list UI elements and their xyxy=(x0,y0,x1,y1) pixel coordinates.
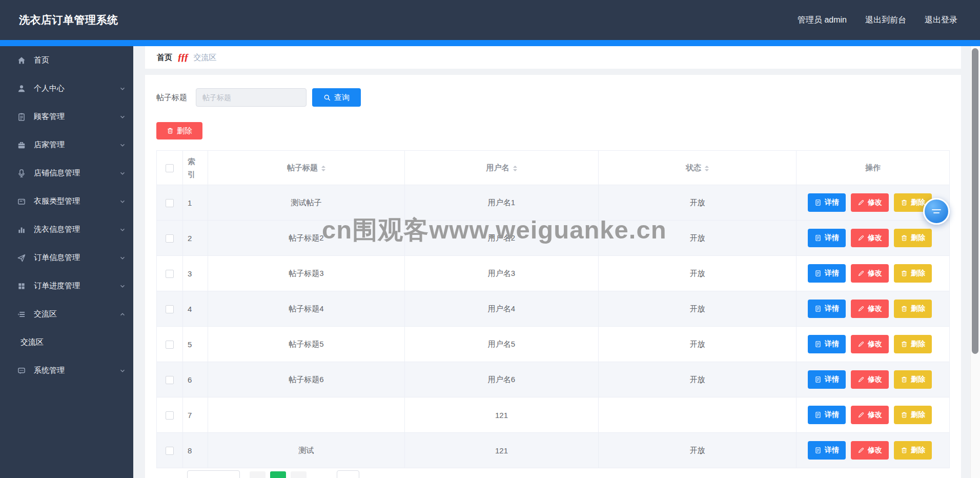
column-header-title[interactable]: 帖子标题 xyxy=(208,151,405,185)
exit-to-front-link[interactable]: 退出到前台 xyxy=(865,15,906,26)
clipboard-icon xyxy=(17,112,26,122)
delete-button[interactable]: 删除 xyxy=(894,229,932,247)
document-icon xyxy=(814,411,822,419)
delete-button[interactable]: 删除 xyxy=(894,264,932,283)
sidebar-item-customer-mgmt[interactable]: 顾客管理 xyxy=(0,103,133,131)
delete-button[interactable]: 删除 xyxy=(894,406,932,424)
delete-button[interactable]: 删除 xyxy=(894,370,932,389)
sidebar-item-shop-info-mgmt[interactable]: 店铺信息管理 xyxy=(0,159,133,187)
scrollbar-track[interactable] xyxy=(970,46,980,478)
delete-button[interactable]: 删除 xyxy=(894,300,932,318)
cell-username: 用户名5 xyxy=(405,327,599,362)
sort-carets-icon[interactable] xyxy=(321,166,325,171)
document-icon xyxy=(814,305,822,312)
floating-service-widget[interactable] xyxy=(923,198,950,225)
sidebar-item-laundry-info-mgmt[interactable]: 洗衣信息管理 xyxy=(0,215,133,244)
chevron-down-icon xyxy=(119,368,126,374)
logout-link[interactable]: 退出登录 xyxy=(925,15,957,26)
cell-status: 开放 xyxy=(599,185,797,221)
edit-button[interactable]: 修改 xyxy=(851,406,889,424)
detail-button[interactable]: 详情 xyxy=(808,370,846,389)
row-checkbox[interactable] xyxy=(166,234,174,243)
post-title-input[interactable] xyxy=(196,88,307,107)
current-page-button[interactable] xyxy=(270,471,286,478)
edit-button[interactable]: 修改 xyxy=(851,370,889,389)
sort-carets-icon[interactable] xyxy=(705,166,709,171)
select-all-checkbox[interactable] xyxy=(166,164,174,172)
prev-page-button[interactable] xyxy=(250,471,266,478)
edit-button[interactable]: 修改 xyxy=(851,264,889,283)
send-icon xyxy=(17,253,26,263)
edit-button[interactable]: 修改 xyxy=(851,300,889,318)
sidebar-item-system-mgmt[interactable]: 系统管理 xyxy=(0,356,133,385)
row-checkbox[interactable] xyxy=(166,411,174,420)
sidebar-item-label: 交流区 xyxy=(21,337,44,347)
row-checkbox[interactable] xyxy=(166,270,174,278)
cell-title: 帖子标题5 xyxy=(208,327,405,362)
edit-button[interactable]: 修改 xyxy=(851,229,889,247)
cell-username: 用户名4 xyxy=(405,291,599,327)
delete-button[interactable]: 删除 xyxy=(894,335,932,353)
sidebar-item-label: 店家管理 xyxy=(34,140,65,150)
pencil-icon xyxy=(858,341,865,348)
row-checkbox[interactable] xyxy=(166,341,174,349)
sidebar-item-home[interactable]: 首页 xyxy=(0,46,133,74)
sidebar-item-label: 交流区 xyxy=(34,309,57,319)
scrollbar-thumb[interactable] xyxy=(972,48,978,354)
cell-index: 1 xyxy=(183,185,208,221)
edit-button[interactable]: 修改 xyxy=(851,335,889,353)
breadcrumb-current: 交流区 xyxy=(194,53,217,63)
page-size-select[interactable] xyxy=(187,470,240,478)
table-row: 8测试121开放详情修改删除 xyxy=(157,433,950,468)
home-icon xyxy=(17,56,26,65)
row-checkbox[interactable] xyxy=(166,305,174,313)
detail-button[interactable]: 详情 xyxy=(808,335,846,353)
document-icon xyxy=(814,234,822,242)
sidebar-item-label: 订单信息管理 xyxy=(34,253,80,263)
cell-index: 5 xyxy=(183,327,208,362)
cell-index: 3 xyxy=(183,256,208,291)
delete-button[interactable]: 删除 xyxy=(894,441,932,460)
row-checkbox[interactable] xyxy=(166,376,174,384)
column-header-username[interactable]: 用户名 xyxy=(405,151,599,185)
edit-button[interactable]: 修改 xyxy=(851,193,889,212)
search-field-label: 帖子标题 xyxy=(156,93,187,103)
next-page-button[interactable] xyxy=(291,471,307,478)
row-checkbox[interactable] xyxy=(166,447,174,455)
pencil-icon xyxy=(858,305,865,312)
page-jump-input[interactable] xyxy=(337,470,359,478)
top-navbar: 洗衣店订单管理系统 管理员 admin 退出到前台 退出登录 xyxy=(0,0,980,40)
detail-button[interactable]: 详情 xyxy=(808,264,846,283)
posts-table: 索引 帖子标题 用户名 状态 操作 1测试帖子用户名1开放详情修改删除2帖子标题… xyxy=(156,150,950,468)
detail-button[interactable]: 详情 xyxy=(808,193,846,212)
row-checkbox[interactable] xyxy=(166,199,174,207)
detail-button[interactable]: 详情 xyxy=(808,300,846,318)
sidebar-item-forum-sub[interactable]: 交流区 xyxy=(0,328,133,356)
sidebar-item-order-info-mgmt[interactable]: 订单信息管理 xyxy=(0,244,133,272)
chevron-down-icon xyxy=(119,170,126,176)
sidebar-item-order-progress-mgmt[interactable]: 订单进度管理 xyxy=(0,272,133,300)
detail-button[interactable]: 详情 xyxy=(808,441,846,460)
sidebar-item-forum[interactable]: 交流区 xyxy=(0,300,133,328)
sidebar-item-shop-owner-mgmt[interactable]: 店家管理 xyxy=(0,131,133,159)
sidebar-item-label: 系统管理 xyxy=(34,366,65,375)
sidebar-item-personal-center[interactable]: 个人中心 xyxy=(0,74,133,103)
cell-status: 开放 xyxy=(599,433,797,468)
chevron-down-icon xyxy=(119,255,126,261)
detail-button[interactable]: 详情 xyxy=(808,406,846,424)
edit-button[interactable]: 修改 xyxy=(851,441,889,460)
breadcrumb-home[interactable]: 首页 xyxy=(157,53,172,63)
table-row: 2帖子标题2用户名2开放详情修改删除 xyxy=(157,221,950,256)
sidebar-item-label: 衣服类型管理 xyxy=(34,196,80,206)
detail-button[interactable]: 详情 xyxy=(808,229,846,247)
sort-carets-icon[interactable] xyxy=(513,166,517,171)
admin-user-link[interactable]: 管理员 admin xyxy=(798,15,847,26)
chevron-down-icon xyxy=(119,114,126,120)
chevron-down-icon xyxy=(119,142,126,148)
column-header-status[interactable]: 状态 xyxy=(599,151,797,185)
sidebar-item-label: 店铺信息管理 xyxy=(34,168,80,178)
sidebar-item-clothes-type-mgmt[interactable]: 衣服类型管理 xyxy=(0,187,133,215)
bulk-delete-button[interactable]: 删除 xyxy=(156,122,202,140)
sidebar-item-label: 个人中心 xyxy=(34,84,65,93)
query-button[interactable]: 查询 xyxy=(312,88,361,107)
